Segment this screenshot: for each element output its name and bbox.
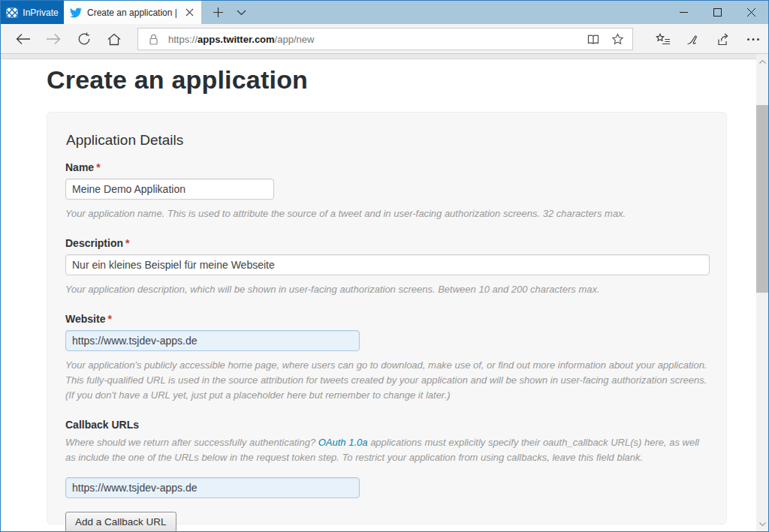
required-marker: *	[125, 237, 129, 249]
url-path: /app/new	[275, 34, 315, 45]
callback-help-text: Where should we return after successfull…	[65, 435, 708, 465]
twitter-favicon-icon	[70, 7, 82, 19]
callback-url-input[interactable]	[65, 477, 360, 498]
back-button[interactable]	[11, 27, 35, 51]
url-host: apps.twitter.com	[198, 34, 275, 45]
lock-icon	[144, 30, 162, 48]
page-content: Create an application Application Detail…	[1, 54, 756, 531]
home-button[interactable]	[102, 27, 126, 51]
navigation-bar: https://apps.twitter.com/app/new	[1, 24, 768, 54]
browser-tab[interactable]: Create an application | T	[64, 1, 201, 24]
new-tab-button[interactable]	[205, 1, 231, 24]
inprivate-badge: InPrivate	[1, 1, 64, 24]
application-details-panel: Application Details Name* Your applicati…	[47, 112, 727, 524]
scrollbar-down-icon[interactable]	[756, 518, 768, 530]
name-input[interactable]	[65, 179, 274, 200]
description-help-text: Your application description, which will…	[65, 282, 708, 297]
website-help-text: Your application's publicly accessible h…	[65, 358, 708, 403]
page-top-strip	[1, 54, 756, 59]
scrollbar-up-icon[interactable]	[756, 56, 768, 68]
required-marker: *	[107, 313, 111, 325]
minimize-button[interactable]	[667, 1, 701, 24]
address-bar[interactable]: https://apps.twitter.com/app/new	[137, 28, 633, 50]
maximize-button[interactable]	[701, 1, 734, 24]
scrollbar-thumb[interactable]	[756, 105, 768, 293]
website-help-note: (If you don't have a URL yet, just put a…	[65, 388, 708, 403]
website-input[interactable]	[65, 330, 360, 351]
add-callback-url-button[interactable]: Add a Callback URL	[65, 512, 176, 531]
hub-favorites-button[interactable]	[651, 27, 675, 51]
tab-title: Create an application | T	[87, 8, 178, 18]
reading-view-icon[interactable]	[584, 30, 602, 48]
website-label: Website*	[65, 313, 708, 325]
browser-window: InPrivate Create an application | T	[0, 0, 769, 532]
url-text[interactable]: https://apps.twitter.com/app/new	[168, 34, 578, 45]
inprivate-icon	[6, 8, 18, 18]
name-label: Name*	[65, 161, 708, 173]
description-label: Description*	[65, 237, 708, 249]
name-help-text: Your application name. This is used to a…	[65, 206, 708, 221]
required-marker: *	[96, 161, 100, 173]
window-controls	[667, 1, 768, 24]
vertical-scrollbar[interactable]	[756, 54, 768, 531]
callback-urls-label: Callback URLs	[65, 419, 708, 431]
website-help-main: Your application's publicly accessible h…	[65, 358, 708, 388]
inprivate-label: InPrivate	[23, 8, 58, 18]
section-title: Application Details	[66, 132, 708, 149]
tab-list-dropdown-button[interactable]	[228, 1, 254, 24]
web-note-pen-icon[interactable]	[681, 27, 705, 51]
add-favorite-star-icon[interactable]	[608, 30, 626, 48]
title-bar: InPrivate Create an application | T	[1, 1, 768, 24]
url-scheme: https://	[168, 34, 198, 45]
forward-button[interactable]	[41, 27, 65, 51]
close-button[interactable]	[734, 1, 768, 24]
oauth-link[interactable]: OAuth 1.0a	[318, 437, 368, 448]
refresh-button[interactable]	[72, 27, 96, 51]
description-input[interactable]	[65, 254, 710, 275]
more-options-button[interactable]	[741, 27, 765, 51]
share-button[interactable]	[711, 27, 735, 51]
tab-close-icon[interactable]	[183, 7, 195, 19]
page-title: Create an application	[47, 65, 756, 94]
